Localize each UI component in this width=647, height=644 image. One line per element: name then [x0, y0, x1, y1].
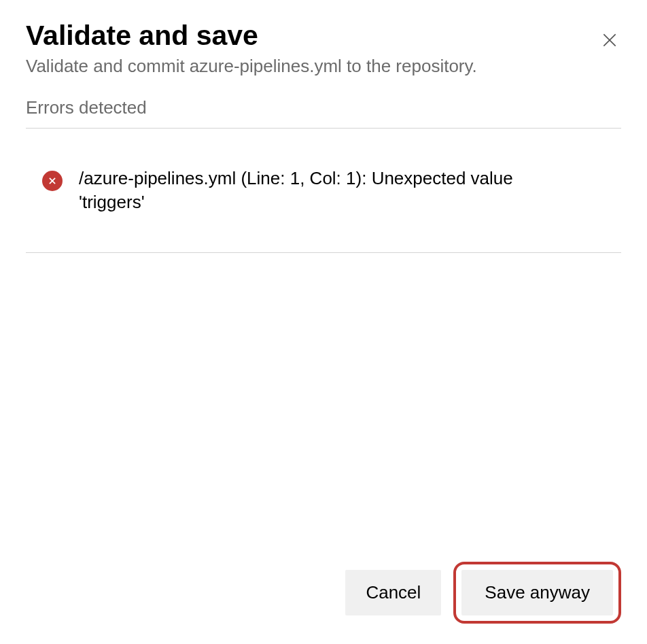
save-anyway-highlight: Save anyway [453, 562, 621, 624]
dialog-header: Validate and save Validate and commit az… [26, 20, 621, 78]
error-message: /azure-pipelines.yml (Line: 1, Col: 1): … [79, 167, 568, 214]
close-icon [601, 39, 618, 51]
cancel-button[interactable]: Cancel [345, 570, 441, 615]
dialog-subtitle: Validate and commit azure-pipelines.yml … [26, 55, 595, 78]
header-text-block: Validate and save Validate and commit az… [26, 20, 595, 78]
close-button[interactable] [595, 26, 624, 57]
error-row: /azure-pipelines.yml (Line: 1, Col: 1): … [26, 129, 621, 253]
dialog-title: Validate and save [26, 20, 595, 51]
dialog-footer: Cancel Save anyway [26, 562, 621, 624]
save-anyway-button[interactable]: Save anyway [461, 570, 613, 615]
errors-section-header: Errors detected [26, 97, 621, 129]
validate-save-dialog: Validate and save Validate and commit az… [0, 0, 647, 644]
error-icon [42, 171, 63, 191]
